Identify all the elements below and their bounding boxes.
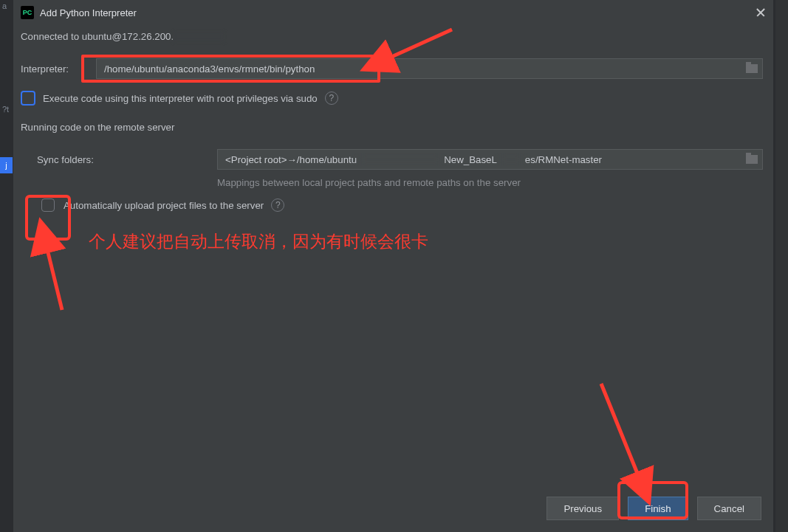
pycharm-icon: PC <box>21 6 34 19</box>
sudo-row: Execute code using this interpreter with… <box>21 91 763 106</box>
redacted-text <box>360 153 441 166</box>
auto-upload-checkbox[interactable] <box>41 198 55 212</box>
gutter-text: a <box>0 1 13 10</box>
dialog-title: Add Python Interpreter <box>40 7 756 18</box>
redacted-text <box>500 153 522 166</box>
cancel-button[interactable]: Cancel <box>697 497 761 520</box>
redacted-text <box>174 32 224 42</box>
finish-button[interactable]: Finish <box>628 497 688 520</box>
sync-folders-input[interactable]: <Project root>→/home/ubuntuNew_BaseLes/R… <box>217 149 763 170</box>
ide-left-gutter: a ?t j E <box>0 0 13 532</box>
interpreter-value: /home/ubuntu/anaconda3/envs/rmnet/bin/py… <box>104 63 746 75</box>
browse-folder-icon[interactable] <box>746 155 758 164</box>
sudo-checkbox[interactable] <box>21 91 35 106</box>
gutter-file-badge[interactable]: j <box>0 157 13 173</box>
interpreter-label: Interpreter: <box>21 63 96 75</box>
gutter-text: ?t <box>0 105 13 114</box>
auto-upload-label: Automatically upload project files to th… <box>64 200 264 211</box>
dialog-content: Connected to ubuntu@172.26.200. Interpre… <box>13 25 773 532</box>
close-icon[interactable] <box>756 7 766 18</box>
add-interpreter-dialog: PC Add Python Interpreter Connected to u… <box>13 0 773 532</box>
interpreter-row: Interpreter: /home/ubuntu/anaconda3/envs… <box>21 58 763 79</box>
button-bar: Previous Finish Cancel <box>547 497 761 520</box>
sync-folders-label: Sync folders: <box>37 154 217 165</box>
remote-section-header: Running code on the remote server <box>21 122 763 133</box>
help-icon[interactable]: ? <box>271 198 284 212</box>
sync-folders-row: Sync folders: <Project root>→/home/ubunt… <box>21 149 763 170</box>
previous-button[interactable]: Previous <box>547 497 619 520</box>
sudo-label: Execute code using this interpreter with… <box>43 93 318 104</box>
sync-folders-value: <Project root>→/home/ubuntuNew_BaseLes/R… <box>225 153 746 166</box>
interpreter-input[interactable]: /home/ubuntu/anaconda3/envs/rmnet/bin/py… <box>96 58 763 79</box>
sync-folders-hint: Mappings between local project paths and… <box>21 177 763 188</box>
browse-folder-icon[interactable] <box>746 64 758 73</box>
right-scrollbar[interactable] <box>775 0 788 532</box>
titlebar: PC Add Python Interpreter <box>13 0 773 25</box>
auto-upload-row: Automatically upload project files to th… <box>21 198 763 212</box>
help-icon[interactable]: ? <box>325 91 338 105</box>
connected-status: Connected to ubuntu@172.26.200. <box>21 31 763 42</box>
